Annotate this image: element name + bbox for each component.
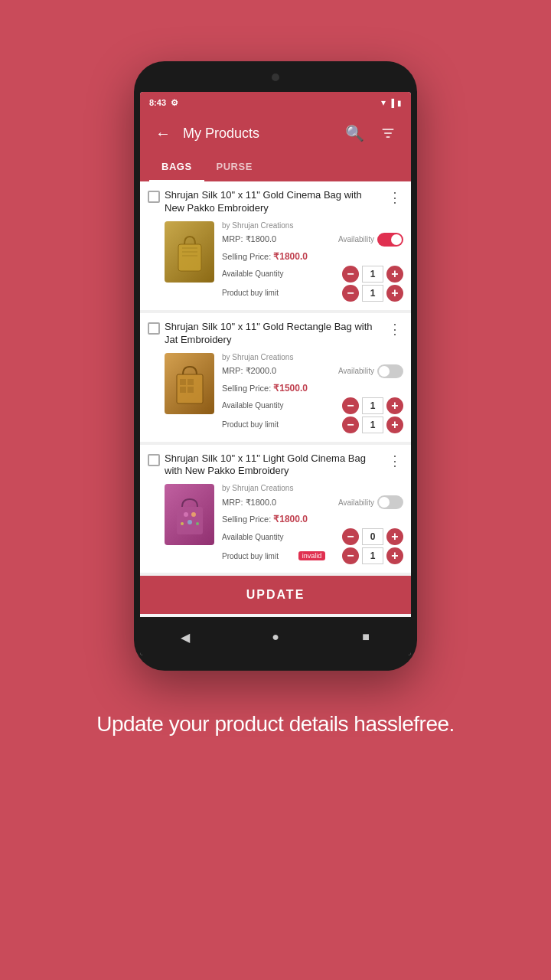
- buy-limit-row-1: Product buy limit − 1 +: [222, 285, 403, 302]
- availability-toggle-2[interactable]: [377, 364, 403, 378]
- availability-row-3: Availability: [338, 495, 403, 509]
- mrp-row-3: MRP: ₹1800.0 Availability: [222, 495, 403, 509]
- seller-name-3: by Shrujan Creations: [222, 484, 403, 492]
- product-name-2: Shrujan Silk 10" x 11" Gold Rectangle Ba…: [165, 321, 382, 347]
- svg-rect-0: [383, 129, 394, 130]
- qty-value-avail-2: 1: [362, 397, 383, 414]
- qty-decrease-avail-1[interactable]: −: [342, 266, 359, 283]
- qty-control-avail-3: − 0 +: [342, 528, 403, 545]
- product-body-3: by Shrujan Creations MRP: ₹1800.0 Availa…: [148, 484, 403, 567]
- buy-limit-row-2: Product buy limit − 1 +: [222, 416, 403, 433]
- qty-value-limit-2: 1: [362, 416, 383, 433]
- qty-control-limit-2: − 1 +: [342, 416, 403, 433]
- invalid-badge: invalid: [298, 551, 326, 560]
- status-bar: 8:43 ⚙ ▾ ▐ ▮: [140, 92, 411, 113]
- qty-decrease-limit-3[interactable]: −: [342, 547, 359, 564]
- qty-control-avail-2: − 1 +: [342, 397, 403, 414]
- selling-price-row-3: Selling Price: ₹1800.0: [222, 511, 403, 525]
- battery-icon: ▮: [397, 99, 402, 107]
- product-image-3: [165, 484, 214, 545]
- qty-decrease-avail-3[interactable]: −: [342, 528, 359, 545]
- seller-name-2: by Shrujan Creations: [222, 353, 403, 361]
- filter-button[interactable]: [374, 119, 402, 147]
- available-qty-row-3: Available Quantity − 0 +: [222, 528, 403, 545]
- product-checkbox-2[interactable]: [148, 322, 160, 335]
- svg-point-18: [181, 522, 184, 525]
- status-time: 8:43: [149, 98, 166, 107]
- qty-increase-limit-3[interactable]: +: [386, 547, 403, 564]
- qty-value-avail-3: 0: [362, 528, 383, 545]
- selling-price-row-1: Selling Price: ₹1800.0: [222, 249, 403, 263]
- availability-row-1: Availability: [338, 233, 403, 247]
- seller-name-1: by Shrujan Creations: [222, 221, 403, 230]
- camera-dot: [272, 74, 279, 81]
- back-button[interactable]: ←: [149, 119, 177, 147]
- availability-toggle-1[interactable]: [377, 233, 403, 247]
- mrp-row-2: MRP: ₹2000.0 Availability: [222, 364, 403, 378]
- qty-increase-avail-2[interactable]: +: [386, 397, 403, 414]
- toggle-knob-3: [379, 497, 390, 508]
- qty-decrease-limit-1[interactable]: −: [342, 285, 359, 302]
- availability-toggle-3[interactable]: [377, 495, 403, 509]
- phone-top: [140, 70, 411, 86]
- svg-point-15: [184, 512, 188, 517]
- product-header-3: Shrujan Silk 10" x 11" Light Gold Cinema…: [148, 452, 403, 479]
- available-qty-row-2: Available Quantity − 1 +: [222, 397, 403, 414]
- qty-increase-limit-2[interactable]: +: [386, 416, 403, 433]
- qty-increase-avail-1[interactable]: +: [386, 266, 403, 283]
- product-body-2: by Shrujan Creations MRP: ₹2000.0 Availa…: [148, 353, 403, 436]
- toggle-knob-1: [391, 234, 402, 245]
- nav-bar: ◀ ● ■: [140, 617, 411, 655]
- product-details-1: by Shrujan Creations MRP: ₹1800.0 Availa…: [222, 221, 403, 304]
- product-checkbox-1[interactable]: [148, 191, 160, 203]
- selling-price-3: ₹1800.0: [273, 514, 308, 524]
- product-name-1: Shrujan Silk 10" x 11" Gold Cinema Bag w…: [165, 189, 382, 215]
- signal-icon: ▐: [389, 99, 394, 107]
- qty-control-limit-3: − 1 +: [342, 547, 403, 564]
- more-menu-1[interactable]: ⋮: [386, 189, 403, 206]
- qty-decrease-avail-2[interactable]: −: [342, 397, 359, 414]
- svg-rect-12: [180, 387, 186, 393]
- more-menu-3[interactable]: ⋮: [386, 452, 403, 469]
- wifi-icon: ▾: [381, 97, 386, 108]
- toggle-knob-2: [379, 366, 390, 377]
- search-button[interactable]: 🔍: [341, 119, 368, 147]
- qty-increase-avail-3[interactable]: +: [386, 528, 403, 545]
- svg-rect-11: [187, 379, 194, 385]
- buy-limit-row-3: Product buy limit invalid − 1 +: [222, 547, 403, 564]
- product-checkbox-3[interactable]: [148, 454, 160, 466]
- mrp-text-1: MRP: ₹1800.0: [222, 234, 276, 244]
- nav-home-button[interactable]: ●: [265, 626, 286, 648]
- product-header-1: Shrujan Silk 10" x 11" Gold Cinema Bag w…: [148, 189, 403, 215]
- product-details-3: by Shrujan Creations MRP: ₹1800.0 Availa…: [222, 484, 403, 567]
- product-body-1: by Shrujan Creations MRP: ₹1800.0 Availa…: [148, 221, 403, 304]
- tagline: Update your product details hasslefree.: [66, 671, 485, 769]
- qty-decrease-limit-2[interactable]: −: [342, 416, 359, 433]
- tab-bags[interactable]: BAGS: [149, 153, 204, 181]
- svg-rect-2: [386, 136, 390, 138]
- qty-value-avail-1: 1: [362, 266, 383, 283]
- status-right: ▾ ▐ ▮: [381, 97, 402, 108]
- nav-recents-button[interactable]: ■: [355, 626, 377, 648]
- qty-increase-limit-1[interactable]: +: [386, 285, 403, 302]
- settings-icon: ⚙: [171, 98, 178, 108]
- tab-purse[interactable]: PURSE: [204, 153, 265, 181]
- qty-control-limit-1: − 1 +: [342, 285, 403, 302]
- svg-rect-1: [384, 132, 392, 134]
- mrp-text-2: MRP: ₹2000.0: [222, 366, 276, 376]
- svg-point-17: [187, 520, 192, 524]
- nav-back-button[interactable]: ◀: [174, 626, 196, 648]
- update-button[interactable]: UPDATE: [140, 576, 411, 614]
- tabs-bar: BAGS PURSE: [140, 153, 411, 181]
- product-list: Shrujan Silk 10" x 11" Gold Cinema Bag w…: [140, 181, 411, 614]
- product-card-3: Shrujan Silk 10" x 11" Light Gold Cinema…: [140, 445, 411, 573]
- product-details-2: by Shrujan Creations MRP: ₹2000.0 Availa…: [222, 353, 403, 436]
- product-image-2: [165, 353, 214, 414]
- more-menu-2[interactable]: ⋮: [386, 321, 403, 338]
- qty-value-limit-1: 1: [362, 285, 383, 302]
- svg-point-19: [196, 522, 199, 525]
- mrp-text-3: MRP: ₹1800.0: [222, 498, 276, 508]
- product-name-3: Shrujan Silk 10" x 11" Light Gold Cinema…: [165, 452, 382, 479]
- selling-price-2: ₹1500.0: [273, 383, 308, 394]
- avail-label-3: Availability: [338, 498, 374, 507]
